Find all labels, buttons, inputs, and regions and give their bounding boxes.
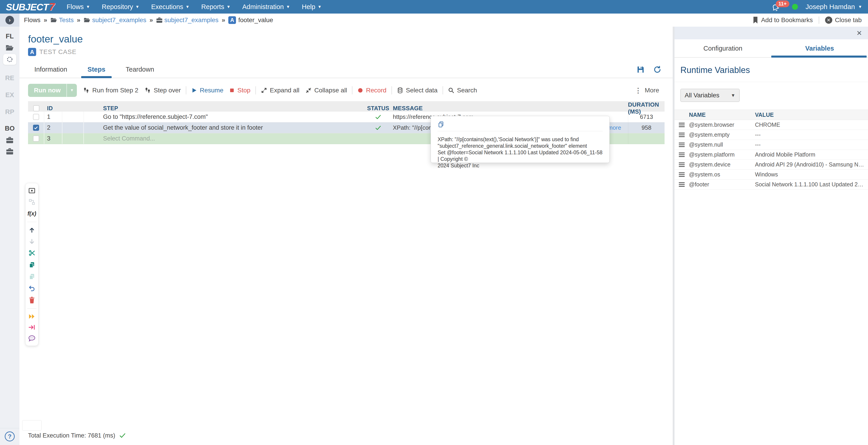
arrow-down-icon <box>29 238 35 245</box>
variable-row[interactable]: @system.device Android API 29 (Android10… <box>675 160 868 170</box>
briefcase-icon[interactable] <box>6 137 13 143</box>
variable-row[interactable]: @system.empty --- <box>675 130 868 140</box>
resume-button[interactable]: Resume <box>191 87 223 94</box>
row-checkbox[interactable] <box>33 114 39 120</box>
move-up-button[interactable] <box>29 227 35 233</box>
runtime-panel-tabs: Configuration Variables <box>675 39 868 58</box>
variable-row[interactable]: @system.browser CHROME <box>675 120 868 130</box>
variables-filter-select[interactable]: All Variables ▼ <box>680 89 740 102</box>
chevron-down-icon: ▼ <box>286 5 290 9</box>
step-edit-toolbar: f(x) <box>25 183 38 346</box>
app-logo[interactable]: SUBJECT 7 <box>6 1 55 13</box>
tab-variables[interactable]: Variables <box>771 39 868 57</box>
group-steps-button[interactable] <box>29 199 35 205</box>
drag-handle-icon[interactable] <box>675 142 689 147</box>
tab-teardown[interactable]: Teardown <box>119 66 160 78</box>
close-panel-button[interactable]: ✕ <box>857 29 862 37</box>
expand-all-button[interactable]: Expand all <box>261 87 300 94</box>
copy-button[interactable] <box>438 121 602 128</box>
close-tab-button[interactable]: ✕ Close tab <box>825 16 862 24</box>
search-button[interactable]: Search <box>448 87 477 94</box>
variable-value: CHROME <box>755 122 868 128</box>
row-checkbox[interactable] <box>33 136 39 142</box>
record-icon <box>358 88 363 93</box>
scissors-icon <box>29 250 35 256</box>
drag-handle-icon[interactable] <box>675 123 689 127</box>
message-full-text: XPath: "//p[contains(text(),'Social Netw… <box>438 136 602 169</box>
breadcrumb-item-tests[interactable]: Tests <box>51 16 74 24</box>
menu-flows[interactable]: Flows▼ <box>67 3 90 11</box>
step-text[interactable]: Go to "https://reference.subject-7.com" <box>84 112 364 122</box>
paste-button[interactable] <box>29 273 35 280</box>
drag-handle-icon[interactable] <box>675 133 689 137</box>
variable-row[interactable]: @system.null --- <box>675 140 868 150</box>
variable-name: @footer <box>689 181 755 188</box>
footsteps-icon <box>83 87 90 94</box>
collapse-all-button[interactable]: Collapse all <box>305 87 347 94</box>
variable-value: Social Network 1.1.1.100 Last Updated 20… <box>755 181 868 188</box>
breadcrumb-item-folder[interactable]: subject7_examples <box>84 16 147 24</box>
select-all-checkbox[interactable] <box>33 105 39 111</box>
tab-steps[interactable]: Steps <box>81 66 112 78</box>
expand-icon <box>261 87 267 94</box>
fast-forward-button[interactable] <box>29 313 35 319</box>
comment-button[interactable] <box>29 335 35 342</box>
add-to-bookmarks-button[interactable]: Add to Bookmarks <box>752 16 813 24</box>
select-data-button[interactable]: Select data <box>397 87 438 94</box>
variable-value: --- <box>755 132 868 138</box>
breadcrumb-root[interactable]: Flows <box>24 16 40 24</box>
delete-button[interactable] <box>29 297 35 303</box>
menu-administration[interactable]: Administration▼ <box>242 3 290 11</box>
execution-toolbar: Run now ▼ Run from Step 2 Step over <box>20 83 673 97</box>
menu-help[interactable]: Help▼ <box>302 3 321 11</box>
drag-handle-icon[interactable] <box>675 152 689 157</box>
row-checkbox-checked[interactable] <box>33 125 39 131</box>
menu-repository[interactable]: Repository▼ <box>102 3 139 11</box>
tab-information[interactable]: Information <box>28 66 73 78</box>
save-button[interactable] <box>637 66 645 74</box>
chevron-down-icon: ▼ <box>186 5 190 9</box>
run-now-dropdown[interactable]: ▼ <box>66 84 77 97</box>
step-over-button[interactable]: Step over <box>144 87 181 94</box>
refresh-button[interactable] <box>653 66 661 74</box>
copy-step-button[interactable] <box>29 261 35 268</box>
sidebar-expand-button[interactable]: › <box>5 16 14 24</box>
drag-handle-icon[interactable] <box>675 182 689 187</box>
variables-table-header: NAME VALUE <box>675 109 868 120</box>
variable-row[interactable]: @footer Social Network 1.1.1.100 Last Up… <box>675 179 868 190</box>
chevron-down-icon: ▼ <box>318 5 322 9</box>
message-more-link[interactable]: more <box>608 124 621 131</box>
select-command-input[interactable]: Select Command... <box>84 133 364 144</box>
divider <box>392 86 392 95</box>
drag-handle-icon[interactable] <box>675 162 689 167</box>
cut-button[interactable] <box>29 250 35 256</box>
notifications-button[interactable]: 11+ <box>772 1 784 12</box>
variable-row[interactable]: @system.os Windows <box>675 170 868 179</box>
tab-configuration[interactable]: Configuration <box>675 39 771 57</box>
loading-spinner-button[interactable] <box>3 54 16 65</box>
testcase-a-icon: A <box>28 48 36 56</box>
divider <box>352 86 352 95</box>
run-now-button[interactable]: Run now ▼ <box>28 84 77 97</box>
help-button[interactable]: ? <box>5 432 15 441</box>
record-button[interactable]: Record <box>358 87 386 94</box>
menu-reports[interactable]: Reports▼ <box>201 3 230 11</box>
screenshot-button[interactable] <box>29 188 35 194</box>
variable-row[interactable]: @system.platform Android Mobile Platform <box>675 150 868 160</box>
more-button[interactable]: ⋮ More <box>635 87 659 94</box>
briefcase-icon[interactable] <box>6 148 13 155</box>
run-from-step-button[interactable]: Run from Step 2 <box>83 87 138 94</box>
undo-button[interactable] <box>29 285 35 292</box>
arrow-to-bar-icon <box>29 324 35 330</box>
play-icon <box>191 88 197 93</box>
step-text[interactable]: Get the value of social_network_footer a… <box>84 123 364 133</box>
function-button[interactable]: f(x) <box>28 210 36 217</box>
breadcrumb-item-suite[interactable]: subject7_examples <box>156 16 219 24</box>
move-down-button[interactable] <box>29 238 35 245</box>
run-to-step-button[interactable] <box>29 324 35 330</box>
open-folder-icon[interactable] <box>6 44 14 51</box>
user-menu[interactable]: Joseph Hamdan ▼ <box>806 3 862 11</box>
menu-executions[interactable]: Executions▼ <box>151 3 190 11</box>
drag-handle-icon[interactable] <box>675 172 689 177</box>
stop-button[interactable]: Stop <box>229 87 250 94</box>
